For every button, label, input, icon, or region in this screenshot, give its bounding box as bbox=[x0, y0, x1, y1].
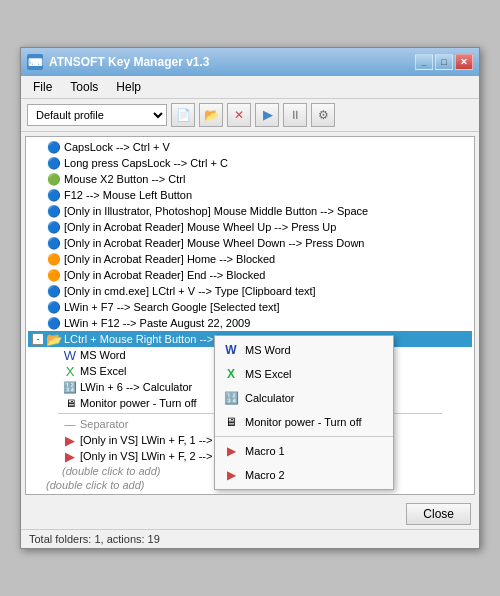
title-bar: ⌨ ATNSOFT Key Manager v1.3 _ □ ✕ bbox=[21, 48, 479, 76]
status-text: Total folders: 1, actions: 19 bbox=[29, 533, 160, 545]
tree-item[interactable]: 🔵 F12 --> Mouse Left Button bbox=[28, 187, 472, 203]
tree-item[interactable]: 🔵 LWin + F7 --> Search Google [Selected … bbox=[28, 299, 472, 315]
tree-item[interactable]: 🔵 [Only in Acrobat Reader] Mouse Wheel D… bbox=[28, 235, 472, 251]
macro-icon: ▶ bbox=[223, 467, 239, 483]
key-icon: 🔵 bbox=[46, 220, 62, 234]
context-menu-separator bbox=[215, 436, 393, 437]
tree-item[interactable]: 🔵 LWin + F12 --> Paste August 22, 2009 bbox=[28, 315, 472, 331]
title-controls: _ □ ✕ bbox=[415, 54, 473, 70]
key-icon: 🔵 bbox=[46, 188, 62, 202]
macro-icon: ▶ bbox=[62, 449, 78, 463]
tree-item[interactable]: 🔵 [Only in cmd.exe] LCtrl + V --> Type [… bbox=[28, 283, 472, 299]
key-icon: 🔵 bbox=[46, 284, 62, 298]
ctx-item-calculator[interactable]: 🔢 Calculator bbox=[215, 386, 393, 410]
macro-icon: ▶ bbox=[62, 433, 78, 447]
key-icon: 🔵 bbox=[46, 204, 62, 218]
ctx-item-excel[interactable]: X MS Excel bbox=[215, 362, 393, 386]
settings-button[interactable]: ⚙ bbox=[311, 103, 335, 127]
macro-icon: ▶ bbox=[223, 443, 239, 459]
mouse-icon: 🟢 bbox=[46, 172, 62, 186]
app-icon: ⌨ bbox=[27, 54, 43, 70]
window-title: ATNSOFT Key Manager v1.3 bbox=[49, 55, 210, 69]
open-button[interactable]: 📂 bbox=[199, 103, 223, 127]
folder-open-icon: 📂 bbox=[46, 332, 62, 346]
key-icon: 🔵 bbox=[46, 300, 62, 314]
tree-item[interactable]: 🔵 CapsLock --> Ctrl + V bbox=[28, 139, 472, 155]
separator-icon: — bbox=[62, 417, 78, 431]
monitor-icon: 🖥 bbox=[223, 414, 239, 430]
tree-item[interactable]: 🟢 Mouse X2 Button --> Ctrl bbox=[28, 171, 472, 187]
pause-button[interactable]: ⏸ bbox=[283, 103, 307, 127]
status-bar: Total folders: 1, actions: 19 bbox=[21, 529, 479, 548]
calculator-icon: 🔢 bbox=[223, 390, 239, 406]
tree-item[interactable]: 🔵 Long press CapsLock --> Ctrl + C bbox=[28, 155, 472, 171]
word-icon: W bbox=[223, 342, 239, 358]
maximize-button[interactable]: □ bbox=[435, 54, 453, 70]
word-icon: W bbox=[62, 348, 78, 362]
blocked-icon: 🟠 bbox=[46, 268, 62, 282]
minimize-button[interactable]: _ bbox=[415, 54, 433, 70]
tree-panel[interactable]: 🔵 CapsLock --> Ctrl + V 🔵 Long press Cap… bbox=[25, 136, 475, 495]
blocked-icon: 🟠 bbox=[46, 252, 62, 266]
key-icon: 🔵 bbox=[46, 316, 62, 330]
toolbar: Default profile 📄 📂 ✕ ▶ ⏸ ⚙ bbox=[21, 99, 479, 132]
close-window-button[interactable]: ✕ bbox=[455, 54, 473, 70]
context-menu: W MS Word X MS Excel 🔢 Calculator 🖥 Moni… bbox=[214, 335, 394, 490]
menu-help[interactable]: Help bbox=[108, 78, 149, 96]
key-icon: 🔵 bbox=[46, 156, 62, 170]
tree-item[interactable]: 🟠 [Only in Acrobat Reader] End --> Block… bbox=[28, 267, 472, 283]
excel-icon: X bbox=[223, 366, 239, 382]
ctx-item-macro2[interactable]: ▶ Macro 2 bbox=[215, 463, 393, 487]
delete-button[interactable]: ✕ bbox=[227, 103, 251, 127]
run-button[interactable]: ▶ bbox=[255, 103, 279, 127]
excel-icon: X bbox=[62, 364, 78, 378]
profile-select[interactable]: Default profile bbox=[27, 104, 167, 126]
main-area: 🔵 CapsLock --> Ctrl + V 🔵 Long press Cap… bbox=[21, 132, 479, 499]
ctx-item-word[interactable]: W MS Word bbox=[215, 338, 393, 362]
ctx-item-monitor[interactable]: 🖥 Monitor power - Turn off bbox=[215, 410, 393, 434]
tree-item[interactable]: 🔵 [Only in Acrobat Reader] Mouse Wheel U… bbox=[28, 219, 472, 235]
key-icon: 🔵 bbox=[46, 236, 62, 250]
calculator-icon: 🔢 bbox=[62, 380, 78, 394]
key-icon: 🔵 bbox=[46, 140, 62, 154]
menu-tools[interactable]: Tools bbox=[62, 78, 106, 96]
menu-file[interactable]: File bbox=[25, 78, 60, 96]
title-bar-left: ⌨ ATNSOFT Key Manager v1.3 bbox=[27, 54, 210, 70]
close-dialog-button[interactable]: Close bbox=[406, 503, 471, 525]
main-window: ⌨ ATNSOFT Key Manager v1.3 _ □ ✕ File To… bbox=[20, 47, 480, 549]
monitor-icon: 🖥 bbox=[62, 396, 78, 410]
new-button[interactable]: 📄 bbox=[171, 103, 195, 127]
tree-item[interactable]: 🔵 [Only in Illustrator, Photoshop] Mouse… bbox=[28, 203, 472, 219]
ctx-item-macro1[interactable]: ▶ Macro 1 bbox=[215, 439, 393, 463]
menu-bar: File Tools Help bbox=[21, 76, 479, 99]
close-bar: Close bbox=[21, 499, 479, 529]
expand-icon[interactable]: - bbox=[32, 333, 44, 345]
tree-item[interactable]: 🟠 [Only in Acrobat Reader] Home --> Bloc… bbox=[28, 251, 472, 267]
